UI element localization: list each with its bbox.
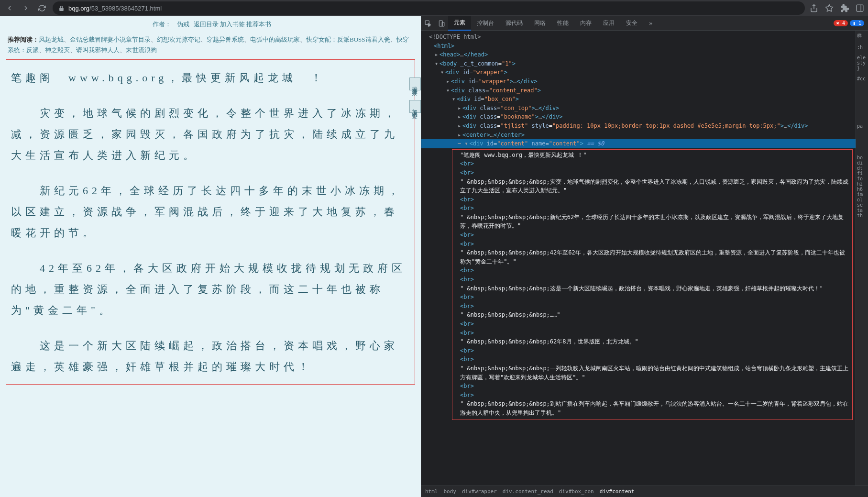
devtools-panel: 元素控制台源代码网络性能内存应用安全 » ✖ 4 ▮ 1 <!DOCTYPE h… — [421, 16, 868, 497]
forward-button[interactable] — [20, 2, 32, 14]
reload-button[interactable] — [36, 2, 48, 14]
dom-text-node[interactable]: <br> — [454, 293, 850, 302]
recommend-link[interactable]: 风起龙城 — [39, 36, 64, 43]
url-bar[interactable]: bqg.org/53_53985/38645271.html — [53, 1, 805, 15]
share-icon[interactable] — [810, 4, 818, 12]
bookmark-star-icon[interactable] — [825, 4, 834, 12]
vote-button[interactable]: 投 推 荐 票 — [409, 77, 421, 90]
dom-text-node[interactable]: <br> — [454, 320, 850, 329]
devtools-tab[interactable]: 元素 — [448, 16, 471, 31]
devtools-tab[interactable]: 网络 — [528, 16, 551, 31]
dom-text-node[interactable]: <br> — [454, 195, 850, 204]
webpage-content: 作者：伪戒 返回目录 加入书签 推荐本书 推荐阅读：风起龙城、金钻总裁冒牌妻小说… — [0, 16, 421, 497]
dom-text-node[interactable]: "笔趣阁 www.bqg.org，最快更新风起龙城 ！" — [454, 151, 850, 160]
recommend-book-link[interactable]: 推荐本书 — [246, 21, 271, 28]
dom-text-node[interactable]: <br> — [454, 204, 850, 213]
devtools-tab[interactable]: 应用 — [597, 16, 620, 31]
dom-text-node[interactable]: <br> — [454, 275, 850, 284]
dom-text-node[interactable]: <br> — [454, 382, 850, 391]
error-badge[interactable]: ✖ 4 — [834, 20, 848, 26]
dom-breadcrumb[interactable]: htmlbodydiv#wrapperdiv.content_readdiv#b… — [421, 486, 868, 497]
recommend-label: 推荐阅读： — [8, 36, 39, 43]
dom-text-node[interactable]: " &nbsp;&nbsp;&nbsp;&nbsp;新纪元62年，全球经历了长达… — [454, 213, 850, 231]
dom-text-node[interactable]: <br> — [454, 346, 850, 355]
styles-sidebar[interactable]: 样 :h ele sty } #cc pa bo di dt fi fo h2 … — [856, 31, 868, 486]
dom-tree[interactable]: <!DOCTYPE html> <html> ▸<head>…</head> ▾… — [421, 31, 856, 486]
inspect-icon[interactable] — [421, 17, 435, 30]
extensions-icon[interactable] — [840, 4, 849, 12]
device-icon[interactable] — [435, 17, 448, 30]
back-index-link[interactable]: 返回目录 — [194, 21, 219, 28]
sidepanel-icon[interactable] — [856, 4, 864, 12]
float-bookmark-button[interactable]: 加 入 书 签 — [409, 100, 421, 113]
recommend-link[interactable]: 神之毁灭 — [45, 46, 70, 54]
devtools-tab[interactable]: 源代码 — [500, 16, 528, 31]
recommend-row: 推荐阅读：风起龙城、金钻总裁冒牌妻小说章节目录、幻想次元掠夺记、穿越异兽系统、电… — [5, 33, 416, 57]
doctype-node: <!DOCTYPE html> — [429, 33, 481, 40]
dom-text-node[interactable]: <br> — [454, 355, 850, 364]
content-paragraph: 这是一个新大区陆续崛起，政治搭台，资本唱戏，野心家遍走，英雄豪强，奸雄草根并起的… — [11, 335, 410, 377]
devtools-tab[interactable]: 控制台 — [471, 16, 500, 31]
dom-text-node[interactable]: " &nbsp;&nbsp;&nbsp;&nbsp;62年8月，世界版图，北方龙… — [454, 337, 850, 346]
breadcrumb-item[interactable]: div#content — [600, 488, 635, 495]
tab-overflow[interactable]: » — [643, 16, 658, 31]
devtools-tabs: 元素控制台源代码网络性能内存应用安全 » ✖ 4 ▮ 1 — [421, 16, 868, 31]
info-badge[interactable]: ▮ 1 — [850, 20, 864, 26]
author-label: 作者： — [153, 21, 171, 28]
dom-text-node[interactable]: <br> — [454, 231, 850, 240]
dom-text-node[interactable]: " &nbsp;&nbsp;&nbsp;&nbsp;这是一个新大区陆续崛起，政治… — [454, 284, 850, 293]
dom-text-node[interactable]: " &nbsp;&nbsp;&nbsp;&nbsp;一列轻轨驶入龙城闸南区火车站… — [454, 364, 850, 382]
breadcrumb-item[interactable]: div#box_con — [559, 488, 594, 495]
devtools-tab[interactable]: 性能 — [551, 16, 574, 31]
content-paragraph: 42年至62年，各大区政府开始大规模收拢待规划无政府区的地，重整资源，全面进入了… — [11, 258, 410, 321]
selected-dom-node[interactable]: ⋯ ▾<div id="content" name="content"> == … — [421, 139, 856, 148]
add-bookmark-link[interactable]: 加入书签 — [220, 21, 245, 28]
dom-text-node[interactable]: <br> — [454, 391, 850, 400]
content-paragraph: 新纪元62年，全球经历了长达四十多年的末世小冰冻期，以区建立，资源战争，军阀混战… — [11, 180, 410, 243]
dom-text-node[interactable]: " &nbsp;&nbsp;&nbsp;&nbsp;灾变，地球气候的剧烈变化，令… — [454, 177, 850, 195]
devtools-tab[interactable]: 内存 — [574, 16, 597, 31]
recommend-link[interactable]: 末世流浪狗 — [126, 46, 157, 54]
dom-text-node[interactable]: " &nbsp;&nbsp;&nbsp;&nbsp;42年至62年，各大区政府开… — [454, 248, 850, 266]
dom-text-node[interactable]: <br> — [454, 302, 850, 311]
recommend-link[interactable]: 请叫我邪神大人 — [76, 46, 120, 54]
breadcrumb-item[interactable]: body — [444, 488, 457, 495]
browser-toolbar: bqg.org/53_53985/38645271.html — [0, 0, 868, 16]
back-button[interactable] — [4, 2, 15, 14]
lock-icon — [58, 5, 65, 11]
dom-text-node[interactable]: <br> — [454, 168, 850, 177]
dom-text-node[interactable]: <br> — [454, 329, 850, 338]
content-paragraph: 笔趣阁 www.bqg.org，最快更新风起龙城 ！ — [11, 67, 410, 88]
recommend-link[interactable]: 电弧中的高级玩家 — [250, 36, 300, 43]
recommend-link[interactable]: 金钻总裁冒牌妻小说章节目录 — [70, 36, 151, 43]
breadcrumb-item[interactable]: html — [425, 488, 438, 495]
chapter-meta: 作者：伪戒 返回目录 加入书签 推荐本书 — [5, 16, 416, 33]
author-name: 伪戒 — [177, 21, 189, 28]
svg-rect-0 — [857, 5, 863, 11]
content-paragraph: 灾变，地球气候的剧烈变化，令整个世界进入了冰冻期，减，资源匮乏，家园毁灭，各国政… — [11, 103, 410, 166]
chapter-content: 笔趣阁 www.bqg.org，最快更新风起龙城 ！ 灾变，地球气候的剧烈变化，… — [6, 59, 415, 385]
url-text: bqg.org/53_53985/38645271.html — [68, 5, 162, 12]
dom-text-node[interactable]: <br> — [454, 240, 850, 249]
breadcrumb-item[interactable]: div#wrapper — [462, 488, 497, 495]
recommend-link[interactable]: 幻想次元掠夺记 — [157, 36, 200, 43]
recommend-link[interactable]: 穿越异兽系统 — [207, 36, 244, 43]
devtools-tab[interactable]: 安全 — [620, 16, 643, 31]
dom-text-node[interactable]: <br> — [454, 159, 850, 168]
recommend-link[interactable]: 快穿女配：反派BOSS请君入瓮 — [306, 36, 390, 43]
dom-text-node[interactable]: " &nbsp;&nbsp;&nbsp;&nbsp;到站广播在列车内响起，各车厢… — [454, 399, 850, 417]
dom-text-node[interactable]: " &nbsp;&nbsp;&nbsp;&nbsp;……" — [454, 310, 850, 320]
dom-text-node[interactable]: <br> — [454, 266, 850, 275]
dom-text-nodes: "笔趣阁 www.bqg.org，最快更新风起龙城 ！"<br><br>" &n… — [452, 149, 853, 420]
breadcrumb-item[interactable]: div.content_read — [503, 488, 553, 495]
